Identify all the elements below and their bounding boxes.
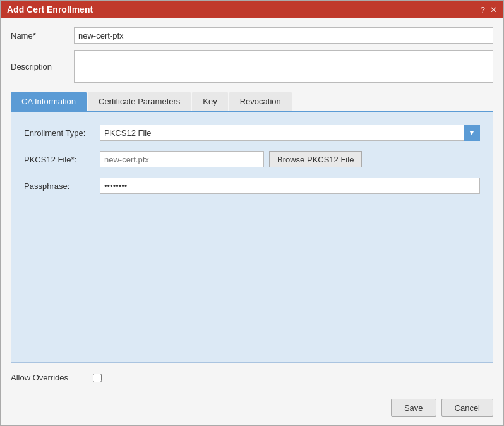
enrollment-type-label: Enrollment Type: — [24, 128, 100, 138]
tab-ca-information[interactable]: CA Information — [11, 92, 87, 111]
dialog-title: Add Cert Enrollment — [7, 4, 93, 15]
passphrase-row: Passphrase: — [24, 178, 480, 194]
pkcs12-file-controls: Browse PKCS12 File — [100, 151, 362, 167]
close-icon[interactable]: ✕ — [490, 5, 497, 15]
titlebar-controls: ? ✕ — [481, 5, 497, 15]
save-button[interactable]: Save — [391, 399, 436, 417]
enrollment-type-select[interactable]: PKCS12 File SCEP Manual — [100, 125, 480, 141]
passphrase-input[interactable] — [100, 178, 480, 194]
pkcs12-file-row: PKCS12 File*: Browse PKCS12 File — [24, 151, 480, 167]
description-label: Description — [11, 62, 74, 71]
allow-overrides-label: Allow Overrides — [11, 373, 87, 382]
dialog-body: Name* Description CA Information Certifi… — [1, 18, 503, 393]
passphrase-label: Passphrase: — [24, 181, 100, 191]
name-input[interactable] — [74, 27, 493, 44]
description-row: Description — [11, 50, 493, 83]
cancel-button[interactable]: Cancel — [441, 399, 493, 417]
name-label: Name* — [11, 31, 74, 40]
allow-overrides-checkbox[interactable] — [93, 374, 102, 382]
tab-content-ca-information: Enrollment Type: PKCS12 File SCEP Manual… — [11, 112, 493, 363]
tab-certificate-parameters[interactable]: Certificate Parameters — [88, 92, 191, 111]
allow-overrides-row: Allow Overrides — [11, 369, 493, 386]
tab-bar: CA Information Certificate Parameters Ke… — [11, 92, 493, 112]
enrollment-type-wrapper: PKCS12 File SCEP Manual ▼ — [100, 125, 480, 141]
add-cert-enrollment-dialog: Add Cert Enrollment ? ✕ Name* Descriptio… — [0, 0, 504, 426]
dialog-titlebar: Add Cert Enrollment ? ✕ — [1, 1, 503, 18]
dialog-footer: Save Cancel — [1, 393, 503, 425]
enrollment-type-row: Enrollment Type: PKCS12 File SCEP Manual… — [24, 125, 480, 141]
description-input[interactable] — [74, 50, 493, 83]
pkcs12-file-input[interactable] — [100, 151, 264, 167]
pkcs12-file-label: PKCS12 File*: — [24, 155, 100, 164]
name-row: Name* — [11, 27, 493, 44]
tab-key[interactable]: Key — [192, 92, 227, 111]
tab-revocation[interactable]: Revocation — [229, 92, 292, 111]
browse-pkcs12-button[interactable]: Browse PKCS12 File — [269, 151, 362, 167]
tab-container: CA Information Certificate Parameters Ke… — [11, 92, 493, 363]
help-icon[interactable]: ? — [481, 5, 485, 15]
